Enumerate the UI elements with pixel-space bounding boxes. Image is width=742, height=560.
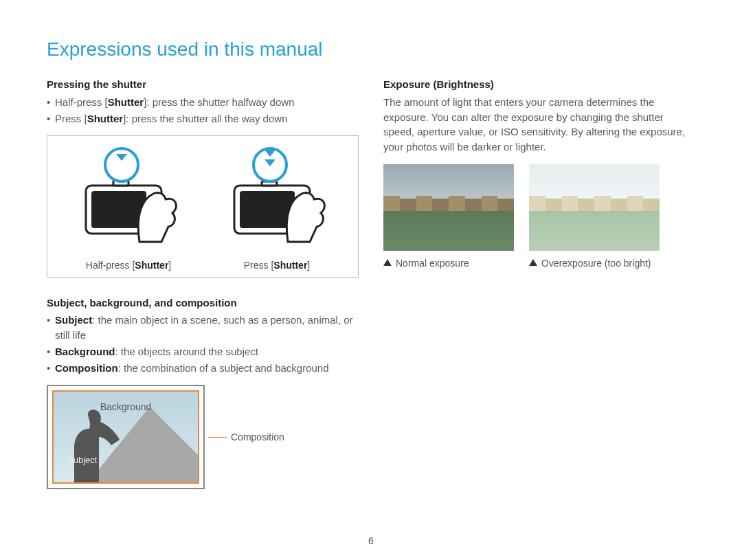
photo-over-block: Overexposure (too bright) — [529, 164, 660, 270]
right-column: Exposure (Brightness) The amount of ligh… — [383, 77, 695, 489]
bullet-composition: Composition: the combination of a subjec… — [47, 361, 359, 376]
composition-image: Background Subject — [52, 390, 199, 484]
svg-point-3 — [105, 148, 138, 181]
bullet-half-press: Half-press [Shutter]: press the shutter … — [47, 95, 359, 110]
shutter-bullets: Half-press [Shutter]: press the shutter … — [47, 95, 359, 126]
camera-half-press-icon — [74, 146, 183, 256]
composition-pointer: Composition — [207, 430, 284, 444]
caption-normal-exposure: Normal exposure — [383, 256, 514, 270]
camera-full-press-icon — [222, 146, 332, 256]
manual-page: Expressions used in this manual Pressing… — [0, 0, 742, 489]
composition-diagram: Background Subject Composition — [47, 385, 359, 489]
caption-half-press: Half-press [Shutter] — [86, 258, 171, 272]
shutter-diagram-box: Half-press [Shutter] Press [Shutter — [47, 135, 359, 277]
shutter-half-press-diagram: Half-press [Shutter] — [74, 146, 183, 272]
page-number: 6 — [0, 535, 742, 546]
page-title: Expressions used in this manual — [47, 38, 695, 60]
triangle-up-icon — [383, 259, 392, 266]
bullet-full-press: Press [Shutter]: press the shutter all t… — [47, 111, 359, 126]
composition-bullets: Subject: the main object in a scene, suc… — [47, 313, 359, 375]
composition-heading: Subject, background, and composition — [47, 295, 359, 311]
person-silhouette-icon — [58, 408, 123, 482]
bullet-subject: Subject: the main object in a scene, suc… — [47, 313, 359, 343]
photo-normal-exposure — [383, 164, 514, 251]
composition-frame: Background Subject — [47, 385, 205, 489]
label-composition: Composition — [231, 430, 284, 444]
bullet-background: Background: the objects around the subje… — [47, 344, 359, 359]
pointer-line-icon — [207, 437, 227, 438]
label-subject: Subject — [67, 454, 97, 467]
shutter-heading: Pressing the shutter — [47, 77, 359, 92]
label-background: Background — [54, 400, 198, 414]
exposure-photos: Normal exposure Overexposure (too bright… — [383, 164, 695, 270]
left-column: Pressing the shutter Half-press [Shutter… — [47, 77, 359, 489]
content-columns: Pressing the shutter Half-press [Shutter… — [47, 77, 695, 489]
caption-full-press: Press [Shutter] — [244, 258, 310, 272]
photo-overexposure — [529, 164, 660, 251]
triangle-up-icon — [529, 259, 537, 266]
photo-normal-block: Normal exposure — [383, 164, 514, 270]
exposure-heading: Exposure (Brightness) — [383, 77, 695, 92]
shutter-full-press-diagram: Press [Shutter] — [222, 146, 332, 272]
caption-overexposure: Overexposure (too bright) — [529, 256, 660, 270]
exposure-paragraph: The amount of light that enters your cam… — [383, 95, 695, 155]
